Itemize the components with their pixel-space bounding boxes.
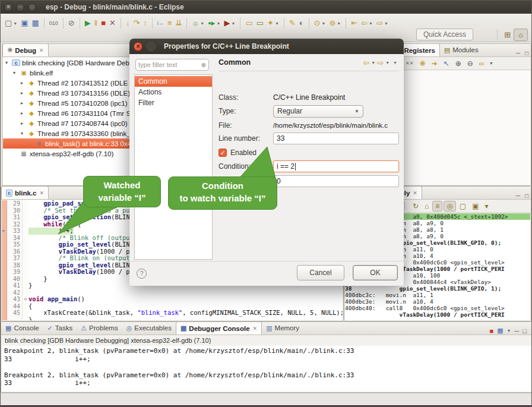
minimize-icon[interactable]: ─ [516,50,520,56]
tree-twistie-icon[interactable]: ▸ [21,111,27,116]
tree-twistie-icon[interactable]: ▾ [5,60,12,65]
dialog-nav-filter[interactable]: Filter [135,97,212,108]
chevron-down-icon[interactable]: ▼ [200,21,204,26]
breakpoint-icon[interactable]: ➜ [2,228,7,234]
step-return-icon[interactable]: ↑ [141,17,149,30]
open-perspective-icon[interactable]: ⊞ [501,29,514,40]
tab-debug[interactable]: ✳ Debug ✕ [2,43,49,56]
step-over-icon[interactable]: ↷ [131,17,141,30]
ok-button[interactable]: OK [353,265,398,280]
cancel-button[interactable]: Cancel [297,265,344,280]
chevron-down-icon[interactable]: ▼ [217,21,221,26]
chevron-down-icon[interactable]: ▼ [385,61,390,65]
cast-to-type-icon[interactable]: ➜ [429,59,440,68]
window-close-button[interactable]: ✕ [4,3,12,11]
tree-twistie-icon[interactable]: ▸ [21,90,27,96]
save-icon[interactable]: ▣ [19,17,30,30]
skip-all-breakpoints-icon[interactable]: ⊘ [66,17,77,30]
tab-console[interactable]: ▦Console [1,321,43,335]
link-with-debug-icon[interactable]: ∞ [477,59,487,68]
back-arrow-icon[interactable]: ⇦ [363,58,369,67]
code-line[interactable]: } [7,317,343,321]
open-element-icon[interactable]: ✦▼ [265,17,281,30]
next-annotation-icon[interactable]: ⊙▼ [312,17,328,30]
chevron-down-icon[interactable]: ▼ [322,21,326,26]
run-icon[interactable]: ●▶▼ [206,17,222,30]
new-wizard-icon[interactable]: ▢▼ [3,17,19,30]
suspend-icon[interactable]: ‖ [93,17,99,30]
pointer-icon[interactable]: ↖ [441,59,452,68]
mark-occurrences-icon[interactable]: ✎ [287,17,297,30]
tab-close-icon[interactable]: ✕ [39,190,44,196]
add-register-group-icon[interactable]: ❋ [417,59,428,68]
tab-tasks[interactable]: ✓Tasks [43,321,77,335]
binary-file-icon[interactable]: 010 [48,17,60,30]
external-tools-icon[interactable]: ▶▼ [222,17,237,30]
quick-access-button[interactable]: Quick Access [416,29,473,40]
disassembly-instruction-line[interactable]: 400dbc3c: movi.n a11, 1 [345,292,530,298]
last-edit-location-icon[interactable]: ⇤ [349,17,359,30]
tree-twistie-icon[interactable]: ▸ [21,100,27,106]
pin-view-icon[interactable]: ▣ [470,201,481,211]
window-minimize-button[interactable]: ─ [16,3,24,11]
chevron-down-icon[interactable]: ▼ [369,21,373,26]
debug-perspective-icon[interactable]: ☼ [514,29,528,41]
tab-debugger-console[interactable]: ▦Debugger Console✕ [176,321,262,335]
forward-arrow-icon[interactable]: ⇨ [377,58,384,67]
tree-twistie-icon[interactable]: ▸ [21,121,27,126]
terminate-console-icon[interactable]: ■ [490,327,494,335]
chevron-down-icon[interactable]: ▼ [384,21,388,26]
dialog-nav-common[interactable]: Common [135,76,212,87]
resume-icon[interactable]: ▶ [83,17,93,30]
sync-with-pc-icon[interactable]: ◎ [444,201,455,212]
save-all-icon[interactable]: ▦ [30,17,41,30]
condition-input[interactable]: i == 2 [273,160,399,172]
back-icon[interactable]: ⇦▼ [359,17,375,30]
dialog-nav-actions[interactable]: Actions [135,87,212,97]
open-folder-icon[interactable]: ▭ [243,17,254,30]
dialog-filter-input[interactable]: type filter text ⊗ [135,59,209,71]
drop-to-frame-icon[interactable]: ⇊ [173,17,183,30]
previous-annotation-icon[interactable]: ⊚▼ [327,17,343,30]
enabled-checkbox[interactable]: ✓ [218,149,227,157]
tab-close-icon[interactable]: ✕ [253,326,258,332]
chevron-down-icon[interactable]: ▼ [13,21,17,26]
code-line[interactable]: 45 xTaskCreate(&blink_task, "blink_task"… [7,310,343,317]
disassembly-source-line[interactable]: 38 gpio_set_level(BLINK_GPIO, 1); [345,285,530,292]
chevron-down-icon[interactable]: ▼ [231,21,235,26]
sphere-icon[interactable]: ◐ [297,17,306,30]
tab-executables[interactable]: ◎Executables [122,321,176,335]
disassembly-source-line[interactable]: vTaskDelay(1000 / portTICK_PERI [345,311,530,318]
display-console-icon[interactable]: ▦ [497,327,503,335]
tree-twistie-icon[interactable]: ▾ [21,131,27,136]
tab-blink-c[interactable]: c blink.c ✕ [1,186,49,199]
chevron-down-icon[interactable]: ▼ [337,21,341,26]
tab-memory[interactable]: ▥Memory [262,321,303,335]
home-icon[interactable]: ⌂ [422,201,431,211]
collapse-all-icon[interactable]: ⊖ [465,59,476,68]
disassembly-instruction-line[interactable]: 400dbc40: call8 0x400dc6c0 <gpio_set_lev… [345,305,530,311]
refresh-icon[interactable]: ↻ [410,201,421,211]
use-step-filters-icon[interactable]: ≡ [166,17,174,30]
step-into-icon[interactable]: ↓ [124,17,132,30]
tab-problems[interactable]: ⚠Problems [77,321,122,335]
minimize-icon[interactable]: ─ [515,327,520,335]
line-number-input[interactable]: 33 [273,132,399,144]
maximize-icon[interactable]: □ [522,327,527,335]
console-output[interactable]: Breakpoint 2, blink_task (pvParameter=0x… [2,346,531,392]
ignore-count-input[interactable]: 0 [273,175,399,187]
chevron-down-icon[interactable]: ▼ [371,61,375,65]
show-source-icon[interactable]: ≡ [432,201,442,212]
tree-twistie-icon[interactable]: ▸ [21,80,27,86]
dialog-close-button[interactable]: ✕ [134,42,142,51]
chevron-down-icon[interactable]: ▼ [507,329,511,333]
open-new-view-icon[interactable]: ▢ [457,201,468,211]
instruction-stepping-icon[interactable]: i→ [156,17,166,30]
remove-all-register-groups-icon[interactable]: ✕✕ [403,60,416,67]
forward-icon[interactable]: ⇨▼ [375,17,390,30]
dialog-minimize-button[interactable] [147,42,156,51]
maximize-icon[interactable]: □ [525,50,528,56]
fold-marker-icon[interactable]: ⊖ [23,296,28,303]
expand-all-icon[interactable]: ⊕ [453,59,464,68]
chevron-down-icon[interactable]: ▼ [275,21,279,26]
